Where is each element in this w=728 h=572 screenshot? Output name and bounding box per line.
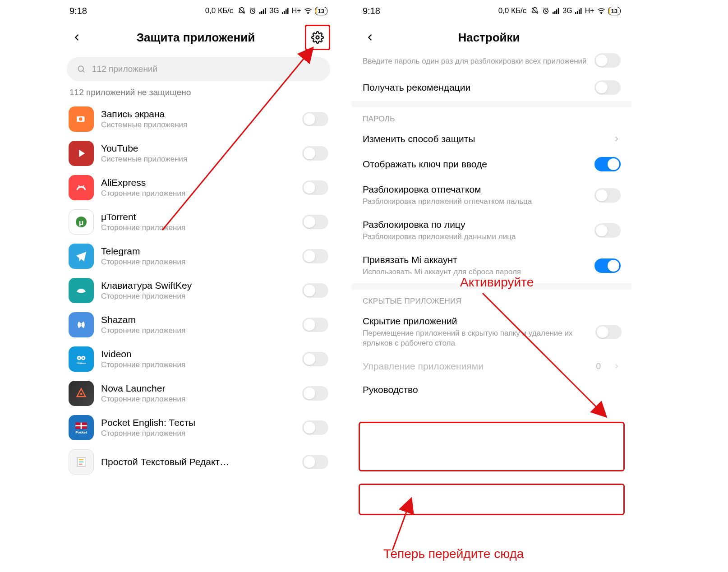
app-row[interactable]: Запись экранаСистемные приложения bbox=[59, 102, 338, 136]
setting-row-change-method[interactable]: Изменить способ защиты bbox=[352, 127, 631, 151]
svg-marker-14 bbox=[79, 150, 85, 157]
gear-icon bbox=[311, 31, 324, 44]
setting-title: Разблокировка по лицу bbox=[363, 219, 587, 230]
app-icon: iVideon bbox=[69, 346, 94, 372]
search-input[interactable]: 112 приложений bbox=[67, 57, 330, 81]
toggle-app-lock[interactable] bbox=[302, 249, 328, 263]
app-icon: Pocket bbox=[69, 415, 94, 440]
svg-point-25 bbox=[80, 393, 83, 395]
app-icon bbox=[69, 244, 94, 269]
svg-rect-38 bbox=[558, 8, 559, 14]
app-icon bbox=[69, 106, 94, 132]
app-row[interactable]: Клавиатура SwiftKeyСторонние приложения bbox=[59, 273, 338, 308]
settings-button[interactable] bbox=[305, 25, 330, 50]
setting-title: Привязать Mi аккаунт bbox=[363, 254, 587, 265]
search-placeholder: 112 приложений bbox=[92, 64, 157, 74]
toggle-app-lock[interactable] bbox=[302, 455, 328, 469]
alarm-icon bbox=[542, 7, 550, 15]
toggle-show-key[interactable] bbox=[594, 157, 621, 171]
app-row[interactable]: ShazamСторонние приложения bbox=[59, 308, 338, 342]
toggle-hide-apps[interactable] bbox=[595, 325, 622, 339]
app-row[interactable]: YouTubeСистемные приложения bbox=[59, 136, 338, 171]
signal-icon-2 bbox=[575, 8, 582, 14]
setting-row-recommendations[interactable]: Получать рекомендации bbox=[352, 74, 631, 101]
app-name: Простой Текстовый Редакт… bbox=[101, 457, 295, 467]
app-icon: μ bbox=[69, 209, 94, 235]
app-row[interactable]: TelegramСторонние приложения bbox=[59, 239, 338, 273]
toggle-app-lock[interactable] bbox=[302, 215, 328, 229]
status-time: 9:18 bbox=[363, 6, 380, 16]
app-category: Сторонние приложения bbox=[101, 429, 295, 438]
toggle-face[interactable] bbox=[594, 223, 621, 238]
toggle-recommendations[interactable] bbox=[594, 80, 621, 95]
header: Защита приложений bbox=[59, 22, 338, 53]
setting-row-group-unlock-partial[interactable]: Введите пароль один раз для разблокировк… bbox=[352, 53, 631, 74]
app-name: Nova Launcher bbox=[101, 383, 295, 394]
setting-title: Разблокировка отпечатком bbox=[363, 184, 587, 195]
status-time: 9:18 bbox=[69, 6, 87, 16]
setting-title: Отображать ключ при вводе bbox=[363, 159, 587, 170]
app-category: Сторонние приложения bbox=[101, 360, 295, 369]
app-category: Системные приложения bbox=[101, 155, 295, 164]
search-icon bbox=[77, 65, 86, 74]
toggle-app-lock[interactable] bbox=[302, 283, 328, 298]
app-icon bbox=[69, 449, 94, 475]
dnd-icon bbox=[238, 7, 246, 15]
toggle-fingerprint[interactable] bbox=[594, 188, 621, 203]
app-list[interactable]: Запись экранаСистемные приложенияYouTube… bbox=[59, 102, 338, 479]
toggle-app-lock[interactable] bbox=[302, 318, 328, 332]
battery-indicator: 13 bbox=[315, 7, 327, 15]
section-divider bbox=[352, 101, 631, 107]
app-category: Сторонние приложения bbox=[101, 189, 295, 198]
svg-point-16 bbox=[83, 185, 84, 187]
screenshot-app-lock: 9:18 0,0 КБ/с 3G H+ 13 Защита приложений bbox=[59, 0, 338, 572]
unprotected-count: 112 приложений не защищено bbox=[59, 88, 338, 102]
app-row[interactable]: iVideonIvideonСторонние приложения bbox=[59, 342, 338, 376]
toggle-app-lock[interactable] bbox=[302, 180, 328, 195]
app-name: Shazam bbox=[101, 314, 295, 325]
app-icon bbox=[69, 278, 94, 303]
toggle-mi-account[interactable] bbox=[594, 258, 621, 273]
app-icon bbox=[69, 175, 94, 200]
toggle-app-lock[interactable] bbox=[302, 112, 328, 126]
setting-row-fingerprint[interactable]: Разблокировка отпечатком Разблокировка п… bbox=[352, 178, 631, 213]
toggle-app-lock[interactable] bbox=[302, 420, 328, 435]
app-row[interactable]: Простой Текстовый Редакт… bbox=[59, 445, 338, 479]
app-row[interactable]: Nova LauncherСторонние приложения bbox=[59, 376, 338, 411]
status-bar: 9:18 0,0 КБ/с 3G H+ 13 bbox=[352, 0, 631, 22]
svg-point-13 bbox=[79, 117, 83, 121]
setting-row-hide-apps[interactable]: Скрытие приложений Перемещение приложени… bbox=[352, 309, 631, 355]
svg-rect-37 bbox=[556, 9, 558, 14]
section-header-password: ПАРОЛЬ bbox=[352, 107, 631, 127]
setting-subtitle: Использовать Mi аккаунт для сброса парол… bbox=[363, 267, 587, 277]
header: Настройки bbox=[352, 22, 631, 53]
alarm-icon bbox=[249, 7, 257, 15]
toggle-app-lock[interactable] bbox=[302, 352, 328, 366]
chevron-left-icon bbox=[365, 32, 375, 42]
setting-subtitle: Перемещение приложений в скрытую папку и… bbox=[363, 328, 588, 348]
setting-row-manage-apps[interactable]: Управление приложениями 0 bbox=[352, 355, 631, 378]
toggle-app-lock[interactable] bbox=[302, 146, 328, 161]
back-button[interactable] bbox=[360, 28, 380, 47]
svg-text:μ: μ bbox=[79, 218, 84, 227]
setting-row-guide[interactable]: Руководство bbox=[352, 378, 631, 401]
setting-title: Скрытие приложений bbox=[363, 316, 588, 327]
setting-subtitle: Введите пароль один раз для разблокировк… bbox=[363, 56, 587, 66]
svg-rect-39 bbox=[575, 12, 576, 14]
app-name: Telegram bbox=[101, 246, 295, 257]
back-button[interactable] bbox=[67, 28, 87, 47]
svg-point-11 bbox=[78, 66, 83, 71]
setting-row-show-key[interactable]: Отображать ключ при вводе bbox=[352, 151, 631, 178]
svg-point-15 bbox=[78, 185, 80, 187]
app-name: YouTube bbox=[101, 143, 295, 154]
network-label-2: H+ bbox=[585, 7, 594, 15]
setting-row-face[interactable]: Разблокировка по лицу Разблокировка прил… bbox=[352, 213, 631, 248]
toggle-app-lock[interactable] bbox=[302, 386, 328, 401]
app-row[interactable]: μμTorrentСторонние приложения bbox=[59, 205, 338, 239]
svg-rect-41 bbox=[579, 9, 580, 14]
setting-row-mi-account[interactable]: Привязать Mi аккаунт Использовать Mi акк… bbox=[352, 248, 631, 283]
app-name: Ivideon bbox=[101, 349, 295, 360]
toggle-group-unlock[interactable] bbox=[594, 53, 621, 68]
app-row[interactable]: AliExpressСторонние приложения bbox=[59, 171, 338, 205]
app-row[interactable]: PocketPocket English: ТестыСторонние при… bbox=[59, 411, 338, 445]
